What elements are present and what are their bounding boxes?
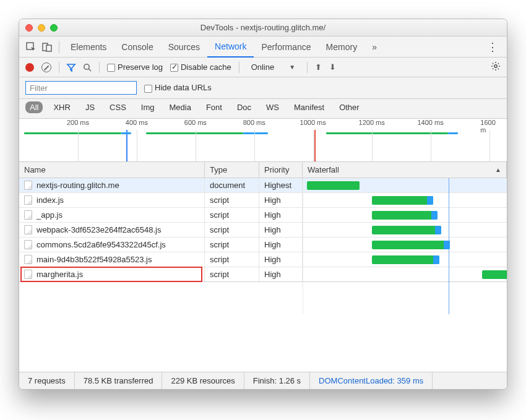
window-title: DevTools - nextjs-routing.glitch.me/ [19, 23, 507, 32]
cell-name: margherita.js [19, 267, 205, 281]
inspect-element-icon[interactable] [23, 39, 39, 55]
tab-network[interactable]: Network [207, 36, 254, 58]
filter-chip-ws[interactable]: WS [262, 101, 283, 113]
file-icon [24, 225, 32, 234]
settings-icon[interactable] [491, 61, 501, 73]
cell-type: document [205, 178, 259, 192]
cell-priority: Highest [259, 178, 303, 192]
table-row[interactable]: index.jsscriptHigh [19, 193, 507, 208]
request-name: webpack-3df6523e264ff2ac6548.js [37, 225, 161, 234]
record-button[interactable] [25, 63, 34, 72]
waterfall-bar [372, 241, 449, 249]
cell-priority: High [259, 208, 303, 222]
table-row[interactable]: webpack-3df6523e264ff2ac6548.jsscriptHig… [19, 223, 507, 238]
col-waterfall-label: Waterfall [308, 165, 339, 174]
cell-priority: High [259, 193, 303, 207]
col-type[interactable]: Type [205, 162, 259, 178]
devtools-window: DevTools - nextjs-routing.glitch.me/ Ele… [19, 19, 507, 390]
tab-memory[interactable]: Memory [319, 36, 365, 58]
clear-button[interactable] [41, 62, 51, 72]
chevron-down-icon: ▼ [289, 64, 295, 71]
waterfall-bar [372, 255, 439, 264]
cell-type: script [205, 267, 259, 281]
cell-priority: High [259, 252, 303, 267]
filter-chip-font[interactable]: Font [202, 101, 226, 113]
tab-console[interactable]: Console [114, 36, 160, 58]
upload-har-icon[interactable]: ⬆ [315, 62, 322, 72]
cell-waterfall [303, 267, 507, 281]
separator [59, 41, 59, 53]
separator [59, 62, 59, 73]
disable-cache-checkbox[interactable]: Disable cache [170, 62, 231, 72]
overview-timeline[interactable]: 200 ms400 ms600 ms800 ms1000 ms1200 ms14… [19, 119, 507, 162]
tabs-overflow[interactable]: » [364, 36, 384, 58]
filter-chip-css[interactable]: CSS [105, 101, 131, 113]
preserve-log-checkbox[interactable]: Preserve log [107, 62, 163, 72]
disable-cache-label: Disable cache [181, 62, 231, 72]
table-row[interactable]: main-9d4b3b522f54928a5523.jsscriptHigh [19, 252, 507, 267]
col-waterfall[interactable]: Waterfall ▲ [303, 162, 507, 178]
cell-name: index.js [19, 193, 205, 207]
tab-sources[interactable]: Sources [161, 36, 207, 58]
file-icon [24, 270, 32, 279]
cell-waterfall [303, 208, 507, 222]
table-row[interactable]: nextjs-routing.glitch.medocumentHighest [19, 178, 507, 193]
timeline-tick: 1000 ms [300, 119, 326, 126]
cell-type: script [205, 238, 259, 252]
filter-chip-media[interactable]: Media [165, 101, 195, 113]
svg-line-10 [493, 63, 493, 64]
waterfall-bar [372, 226, 441, 234]
filter-chip-img[interactable]: Img [137, 101, 159, 113]
filter-input[interactable]: Filter [25, 81, 137, 95]
cell-type: script [205, 193, 259, 207]
request-name: index.js [37, 195, 64, 205]
tab-performance[interactable]: Performance [254, 36, 318, 58]
cell-waterfall [303, 238, 507, 252]
filter-chip-all[interactable]: All [25, 101, 43, 113]
table-row[interactable]: commons.5cd2a6fe9543322d45cf.jsscriptHig… [19, 238, 507, 252]
status-bar: 7 requests 78.5 KB transferred 229 KB re… [19, 372, 507, 389]
filter-chip-js[interactable]: JS [81, 101, 99, 113]
table-row[interactable]: margherita.jsscriptHigh [19, 267, 507, 282]
file-icon [24, 210, 32, 220]
svg-line-12 [493, 69, 493, 69]
col-priority[interactable]: Priority [259, 162, 303, 178]
filter-chip-manifest[interactable]: Manifest [290, 101, 329, 113]
timeline-tick: 1400 ms [417, 119, 443, 126]
cell-waterfall [303, 193, 507, 207]
filter-toggle-icon[interactable] [67, 63, 75, 72]
cell-type: script [205, 223, 259, 237]
request-table: Name Type Priority Waterfall ▲ nextjs-ro… [19, 162, 507, 372]
filter-chip-other[interactable]: Other [335, 101, 364, 113]
hide-data-urls-label: Hide data URLs [155, 83, 212, 92]
cell-priority: High [259, 267, 303, 281]
search-icon[interactable] [83, 63, 92, 72]
waterfall-bar [372, 196, 433, 205]
svg-rect-2 [46, 45, 51, 51]
more-menu-icon[interactable]: ⋮ [482, 40, 503, 54]
request-name: _app.js [37, 210, 63, 220]
status-requests: 7 requests [19, 372, 75, 389]
timeline-tick: 1200 ms [359, 119, 385, 126]
filter-chip-xhr[interactable]: XHR [49, 101, 74, 113]
table-row[interactable]: _app.jsscriptHigh [19, 208, 507, 223]
throttling-select[interactable]: Online ▼ [247, 62, 300, 72]
device-toolbar-icon[interactable] [39, 39, 55, 55]
cell-priority: High [259, 223, 303, 237]
table-body: nextjs-routing.glitch.medocumentHighesti… [19, 178, 507, 314]
separator [307, 62, 308, 73]
filter-chip-doc[interactable]: Doc [233, 101, 256, 113]
status-resources: 229 KB resources [162, 372, 244, 389]
svg-line-13 [498, 63, 499, 64]
hide-data-urls-checkbox[interactable]: Hide data URLs [144, 83, 212, 92]
svg-point-5 [494, 65, 497, 67]
tab-elements[interactable]: Elements [63, 36, 114, 58]
status-transferred: 78.5 KB transferred [75, 372, 163, 389]
panel-tabs: Elements Console Sources Network Perform… [19, 36, 507, 58]
download-har-icon[interactable]: ⬇ [329, 62, 336, 72]
col-name[interactable]: Name [19, 162, 205, 178]
waterfall-bar [482, 270, 507, 279]
cell-name: main-9d4b3b522f54928a5523.js [19, 252, 205, 267]
svg-point-3 [84, 64, 89, 69]
status-finish: Finish: 1.26 s [244, 372, 310, 389]
